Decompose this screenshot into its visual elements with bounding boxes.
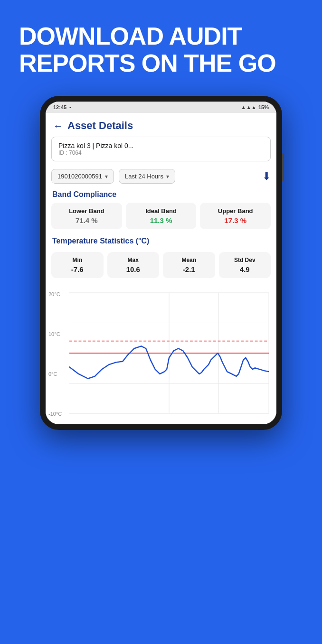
status-bar: 12:45 ▪ ▲▲▲ 15% [46, 102, 276, 113]
chevron-down-icon: ▾ [105, 173, 108, 180]
stddev-stat-card: Std Dev 4.9 [219, 252, 271, 278]
ideal-band-label: Ideal Band [130, 207, 193, 215]
time-range-value: Last 24 Hours [125, 173, 163, 180]
time-range-dropdown[interactable]: Last 24 Hours ▾ [119, 169, 175, 184]
min-stat-card: Min -7.6 [51, 252, 104, 278]
app-content: ← Asset Details Pizza kol 3 | Pizza kol … [46, 113, 276, 424]
y-label-neg10: -10°C [48, 411, 62, 417]
band-compliance-title: Band Compliance [46, 188, 276, 203]
max-value: 10.6 [110, 265, 157, 273]
back-button[interactable]: ← [53, 121, 63, 131]
status-left: 12:45 ▪ [53, 104, 71, 110]
download-button[interactable]: ⬇ [262, 170, 271, 183]
chevron-down-icon-2: ▾ [166, 173, 169, 180]
phone-side-button [282, 153, 284, 181]
hero-line2: REPORTS ON THE GO [19, 50, 303, 77]
stddev-value: 4.9 [222, 265, 268, 273]
temp-stats-title: Temperature Statistics (°C) [46, 235, 276, 249]
ideal-band-card: Ideal Band 11.3 % [126, 203, 197, 229]
lower-band-label: Lower Band [55, 207, 118, 215]
band-compliance-grid: Lower Band 71.4 % Ideal Band 11.3 % Uppe… [46, 203, 276, 235]
chart-area: 20°C 10°C 0°C -10°C [46, 288, 276, 424]
status-icon: ▪ [69, 104, 71, 110]
temperature-chart [69, 291, 269, 415]
min-label: Min [54, 257, 101, 263]
y-label-20: 20°C [48, 291, 62, 297]
battery-level: 15% [258, 104, 269, 110]
mean-label: Mean [166, 257, 212, 263]
hero-line1: DOWNLOAD AUDIT [19, 23, 303, 50]
sensor-dropdown[interactable]: 1901020000591 ▾ [51, 169, 114, 184]
phone-screen: 12:45 ▪ ▲▲▲ 15% ← Asset Details Pizza ko… [46, 102, 276, 424]
stddev-label: Std Dev [222, 257, 268, 263]
filter-row: 1901020000591 ▾ Last 24 Hours ▾ ⬇ [46, 166, 276, 188]
asset-info-box: Pizza kol 3 | Pizza kol 0... ID : 7064 [51, 137, 271, 161]
signal-icon: ▲▲▲ [241, 104, 256, 110]
status-right: ▲▲▲ 15% [241, 104, 269, 110]
stats-grid: Min -7.6 Max 10.6 Mean -2.1 Std Dev [46, 249, 276, 283]
upper-band-label: Upper Band [204, 207, 267, 215]
hero-text: DOWNLOAD AUDIT REPORTS ON THE GO [0, 0, 322, 91]
max-label: Max [110, 257, 157, 263]
max-stat-card: Max 10.6 [107, 252, 160, 278]
app-header: ← Asset Details [46, 113, 276, 137]
y-label-0: 0°C [48, 371, 62, 377]
upper-band-value: 17.3 % [204, 216, 267, 224]
ideal-band-value: 11.3 % [130, 216, 193, 224]
mean-value: -2.1 [166, 265, 212, 273]
temperature-stats-section: Temperature Statistics (°C) Min -7.6 Max… [46, 235, 276, 288]
y-label-10: 10°C [48, 331, 62, 337]
lower-band-value: 71.4 % [55, 216, 118, 224]
mean-stat-card: Mean -2.1 [163, 252, 215, 278]
sensor-value: 1901020000591 [57, 173, 102, 180]
asset-id: ID : 7064 [58, 149, 264, 156]
asset-name: Pizza kol 3 | Pizza kol 0... [58, 142, 264, 149]
phone-mockup: 12:45 ▪ ▲▲▲ 15% ← Asset Details Pizza ko… [40, 96, 282, 430]
upper-band-card: Upper Band 17.3 % [200, 203, 271, 229]
page-title: Asset Details [67, 120, 133, 132]
status-time: 12:45 [53, 104, 66, 110]
phone-wrapper: 12:45 ▪ ▲▲▲ 15% ← Asset Details Pizza ko… [0, 91, 322, 430]
lower-band-card: Lower Band 71.4 % [51, 203, 122, 229]
y-axis-labels: 20°C 10°C 0°C -10°C [48, 291, 62, 417]
min-value: -7.6 [54, 265, 101, 273]
